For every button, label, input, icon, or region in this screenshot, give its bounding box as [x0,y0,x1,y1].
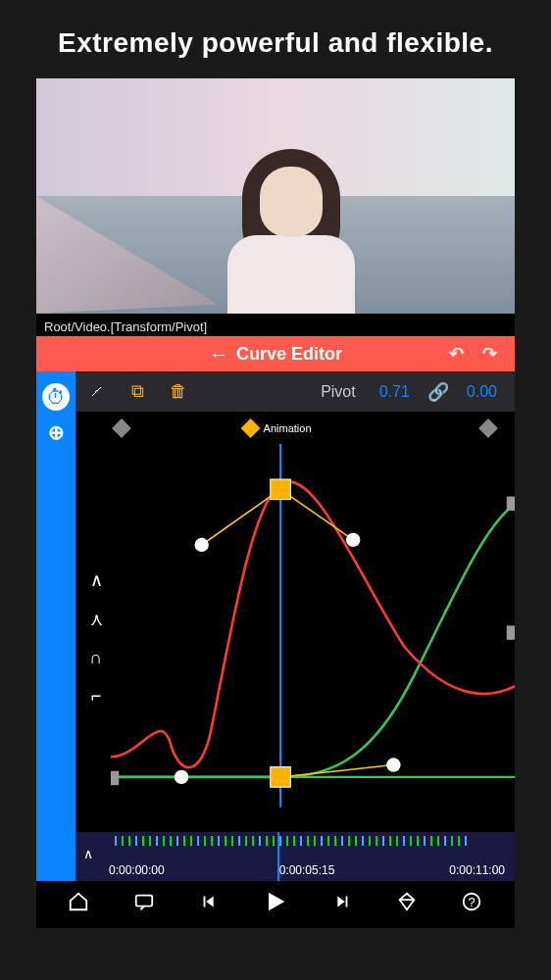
param-toolbar: ⟋ ⧉ 🗑 Pivot 0.71 🔗 0.00 [75,371,515,413]
keyframe-marker[interactable] [112,418,131,438]
curve-canvas[interactable]: ∧ ⋏ ∩ ⌐ [75,444,515,832]
param-value-2[interactable]: 0.00 [457,383,507,401]
graph-icon[interactable]: ⟋ [75,381,117,402]
trash-icon[interactable]: 🗑 [158,381,199,402]
timer-icon[interactable]: ⏱ [42,383,70,411]
svg-point-13 [386,758,400,771]
keyframe-track[interactable]: Animation [75,413,515,444]
curve-tool-ease[interactable]: ⋏ [81,609,111,630]
marketing-headline: Extremely powerful and flexible. [0,0,551,78]
step-back-button[interactable] [190,891,229,918]
svg-rect-10 [271,767,291,788]
bottom-nav: ? [36,881,515,928]
step-forward-button[interactable] [322,891,361,918]
back-icon[interactable]: ← [209,343,228,366]
undo-button[interactable]: ↶ [449,343,464,365]
param-label-pivot: Pivot [311,383,366,401]
curve-tools: ∧ ⋏ ∩ ⌐ [75,444,111,832]
svg-rect-8 [507,625,515,639]
svg-rect-6 [111,771,119,785]
keyframe-marker-active[interactable] [241,418,261,438]
svg-rect-15 [136,896,153,906]
svg-line-4 [280,489,353,539]
svg-rect-9 [271,479,291,500]
breadcrumb: Root/Video.[Transform/Pivot] [36,314,515,336]
svg-text:?: ? [469,895,476,909]
svg-point-12 [346,533,360,547]
svg-rect-16 [204,897,206,907]
curve-tool-step[interactable]: ⌐ [81,686,111,707]
param-value-1[interactable]: 0.71 [370,383,420,401]
app-frame: Root/Video.[Transform/Pivot] ← Curve Edi… [36,78,515,928]
timeline-ticks [75,836,515,850]
redo-button[interactable]: ↷ [482,343,497,365]
comment-button[interactable] [125,891,164,918]
timeline[interactable]: ∧ [75,832,515,881]
time-start: 0:00:00:00 [109,863,165,877]
time-end: 0:00:11:00 [449,863,505,877]
curve-tool-linear[interactable]: ∧ [81,569,111,591]
add-keyframe-button[interactable]: ⊕ [42,418,70,446]
svg-line-3 [202,489,280,545]
svg-point-11 [194,538,208,552]
svg-point-14 [175,770,188,784]
curve-svg[interactable] [111,444,515,808]
play-button[interactable] [256,888,295,922]
help-button[interactable]: ? [452,891,491,918]
titlebar: ← Curve Editor ↶ ↷ [36,336,515,371]
time-current: 0:00:05:15 [279,863,335,877]
editor-body: ⏱ ⊕ ⟋ ⧉ 🗑 Pivot 0.71 🔗 0.00 Animation [36,371,515,881]
copy-icon[interactable]: ⧉ [117,381,158,402]
home-button[interactable] [59,891,98,918]
editor-main: ⟋ ⧉ 🗑 Pivot 0.71 🔗 0.00 Animation [75,371,515,881]
curve-tool-bezier[interactable]: ∩ [81,648,111,668]
premium-button[interactable] [387,891,426,918]
left-rail: ⏱ ⊕ [36,371,75,881]
link-icon[interactable]: 🔗 [424,381,453,403]
keyframe-marker[interactable] [478,418,498,438]
video-preview[interactable] [36,78,515,314]
svg-rect-17 [345,897,347,907]
page-title: Curve Editor [236,344,342,365]
svg-rect-7 [507,497,515,511]
keyframe-label: Animation [264,422,312,434]
